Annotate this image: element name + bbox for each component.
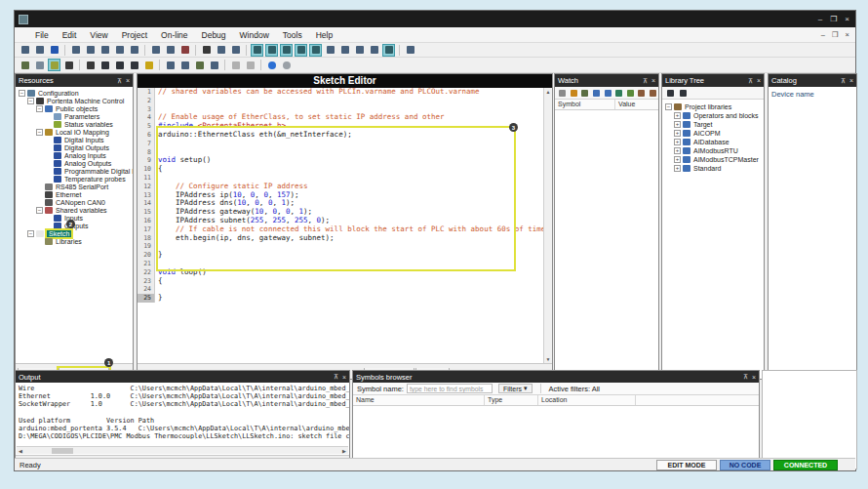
sketch-editor-icon[interactable] — [48, 59, 60, 71]
copy-icon[interactable] — [113, 44, 126, 57]
close-icon[interactable]: × — [757, 77, 761, 84]
scroll-left-icon[interactable]: ◀ — [17, 448, 24, 454]
tree-programmable-digital-io[interactable]: Programmable Digital I/O — [16, 167, 133, 175]
restore-button[interactable]: ❒ — [830, 15, 837, 23]
view-watch-icon[interactable] — [280, 44, 293, 57]
close-button[interactable]: × — [845, 15, 849, 23]
symbols-column-type[interactable]: Type — [485, 395, 538, 405]
close-icon[interactable]: × — [342, 374, 346, 381]
pin-icon[interactable]: ⊼ — [643, 77, 648, 85]
child-close-button[interactable]: × — [846, 30, 849, 39]
menu-on-line[interactable]: On-line — [154, 30, 194, 40]
output-log[interactable]: Wire C:\Users\mcmch\AppData\Local\T\A\in… — [16, 383, 349, 439]
tree-libraries[interactable]: Libraries — [16, 237, 133, 245]
undo-icon[interactable] — [69, 44, 82, 57]
tree-aicopm[interactable]: +AICOPM — [662, 129, 764, 138]
tree-aimodbustcpmaster[interactable]: +AIModbusTCPMaster — [662, 155, 764, 164]
code-line-24[interactable]: 24 — [138, 285, 543, 294]
project-settings-icon[interactable] — [33, 59, 46, 71]
expander-icon[interactable]: − — [36, 129, 43, 136]
window-split-icon[interactable] — [229, 59, 242, 71]
tree-local-io-mapping[interactable]: −Local IO Mapping — [16, 128, 133, 136]
expander-icon[interactable]: − — [36, 105, 43, 112]
menu-window[interactable]: Window — [233, 30, 276, 40]
disconnect-icon[interactable] — [280, 59, 293, 71]
tree-shared-variables[interactable]: −Shared variables — [16, 206, 133, 214]
pin-icon[interactable]: ⊼ — [743, 373, 748, 381]
print-icon[interactable] — [215, 44, 227, 57]
goto-symbol-icon[interactable] — [200, 44, 213, 57]
expander-icon[interactable]: − — [27, 230, 34, 237]
output-horizontal-scrollbar[interactable]: ◀ ▶ — [17, 446, 348, 454]
run-icon[interactable] — [178, 59, 191, 71]
code-line-9[interactable]: 9void setup() — [138, 156, 543, 165]
tree-temperature-probes[interactable]: Temperature probes — [16, 175, 133, 183]
menu-tools[interactable]: Tools — [276, 30, 309, 40]
save-icon[interactable] — [48, 44, 60, 57]
full-screen-icon[interactable] — [404, 44, 416, 57]
minimize-button[interactable]: – — [818, 15, 822, 23]
menu-project[interactable]: Project — [115, 30, 154, 40]
expander-icon[interactable]: − — [36, 207, 43, 214]
tree-sketch[interactable]: −Sketch — [16, 229, 133, 237]
new-dot-icon[interactable] — [84, 59, 97, 71]
tree-standard[interactable]: +Standard — [662, 164, 764, 173]
tree-status-variables[interactable]: Status variables — [16, 120, 133, 128]
tree-analog-inputs[interactable]: Analog Inputs — [16, 151, 133, 159]
new-array-icon[interactable] — [113, 59, 126, 71]
new-variable-icon[interactable] — [99, 59, 111, 71]
menu-file[interactable]: File — [28, 30, 56, 40]
view-library-icon[interactable] — [295, 44, 307, 57]
child-restore-button[interactable]: ❒ — [832, 30, 839, 39]
watch-column-symbol[interactable]: Symbol — [555, 100, 615, 109]
watch-save-icon[interactable] — [603, 88, 612, 99]
pin-icon[interactable]: ⊼ — [748, 77, 753, 85]
view-catalog-icon[interactable] — [382, 44, 395, 57]
scroll-down-icon[interactable]: ▼ — [544, 355, 552, 363]
menu-debug[interactable]: Debug — [195, 30, 233, 40]
expander-icon[interactable]: + — [674, 156, 681, 163]
close-icon[interactable]: × — [849, 77, 853, 84]
expander-icon[interactable]: + — [674, 147, 681, 154]
pin-icon[interactable]: ⊼ — [117, 77, 122, 85]
tree-public-objects[interactable]: −Public objects — [16, 104, 133, 112]
watch-move-up-icon[interactable] — [637, 88, 647, 99]
code-line-18[interactable]: 18 eth.begin(ip, dns, gateway, subnet); — [138, 234, 543, 243]
paste-icon[interactable] — [128, 44, 140, 57]
code-line-22[interactable]: 22void loop() — [138, 268, 543, 277]
tree-portenta-machine-control[interactable]: −Portenta Machine Control — [16, 97, 133, 104]
watch-move-down-icon[interactable] — [649, 88, 658, 99]
code-line-7[interactable]: 7 — [138, 140, 543, 148]
tree-canopen-can0[interactable]: CANopen CAN0 — [16, 198, 133, 206]
tree-outputs[interactable]: Outputs2 — [16, 222, 133, 229]
redo-icon[interactable] — [84, 44, 97, 57]
download-code-icon[interactable] — [164, 59, 177, 71]
watch-validate-icon[interactable] — [625, 88, 635, 99]
expander-icon[interactable]: − — [19, 90, 25, 97]
scroll-right-icon[interactable]: ▶ — [340, 448, 348, 454]
print-preview-icon[interactable] — [229, 44, 242, 57]
quick-vars-icon[interactable] — [142, 59, 155, 71]
window-cascade-icon[interactable] — [244, 59, 256, 71]
child-minimize-button[interactable]: – — [821, 30, 825, 39]
tree-digital-outputs[interactable]: Digital Outputs — [16, 143, 133, 151]
attach-icon[interactable] — [193, 59, 206, 71]
watch-table-icon[interactable] — [208, 59, 220, 71]
filters-button[interactable]: Filters▾ — [498, 384, 533, 393]
tree-target[interactable]: +Target — [662, 120, 764, 129]
cut-icon[interactable] — [99, 44, 111, 57]
view-sourcecode-icon[interactable] — [309, 44, 322, 57]
tree-parameters[interactable]: Parameters — [16, 112, 133, 120]
code-area[interactable]: 1// shared variables can be accessed wit… — [138, 88, 543, 363]
connect-icon[interactable] — [265, 59, 278, 71]
tree-operators-and-blocks[interactable]: +Operators and blocks — [662, 111, 764, 120]
watch-open-icon[interactable] — [592, 88, 602, 99]
menu-view[interactable]: View — [83, 30, 114, 40]
watch-lock-icon[interactable] — [570, 88, 579, 99]
code-line-10[interactable]: 10{ — [138, 165, 543, 174]
view-crossref-icon[interactable] — [338, 44, 351, 57]
menu-help[interactable]: Help — [309, 30, 339, 40]
expander-icon[interactable]: + — [674, 165, 681, 172]
code-line-23[interactable]: 23{ — [138, 277, 543, 286]
tree-project-libraries[interactable]: −Project libraries — [662, 102, 764, 111]
